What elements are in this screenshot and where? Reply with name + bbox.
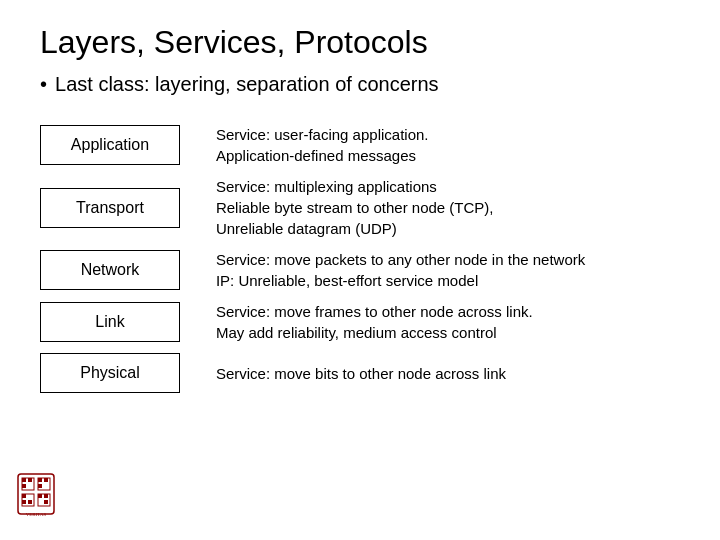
layer-box: Network <box>40 250 180 290</box>
layer-description: Service: move packets to any other node … <box>216 247 680 293</box>
layer-box: Link <box>40 302 180 342</box>
table-row: PhysicalService: move bits to other node… <box>40 351 680 395</box>
table-row: TransportService: multiplexing applicati… <box>40 174 680 241</box>
page-container: Layers, Services, Protocols • Last class… <box>0 0 720 540</box>
layer-box: Application <box>40 125 180 165</box>
subtitle: • Last class: layering, separation of co… <box>40 73 680 96</box>
logo-area: VERITAS <box>16 472 56 524</box>
subtitle-text: Last class: layering, separation of conc… <box>55 73 439 96</box>
layer-box: Physical <box>40 353 180 393</box>
table-row: LinkService: move frames to other node a… <box>40 299 680 345</box>
layer-box: Transport <box>40 188 180 228</box>
page-title: Layers, Services, Protocols <box>40 24 680 61</box>
bullet-icon: • <box>40 73 47 96</box>
svg-rect-11 <box>22 494 26 498</box>
layer-description: Service: move bits to other node across … <box>216 351 680 395</box>
layer-description: Service: move frames to other node acros… <box>216 299 680 345</box>
university-logo: VERITAS <box>16 472 56 520</box>
table-row: ApplicationService: user-facing applicat… <box>40 122 680 168</box>
svg-rect-6 <box>28 478 32 482</box>
svg-rect-9 <box>44 478 48 482</box>
svg-rect-15 <box>44 494 48 498</box>
layers-table: ApplicationService: user-facing applicat… <box>40 116 680 401</box>
svg-rect-5 <box>22 478 26 482</box>
layer-description: Service: multiplexing applicationsReliab… <box>216 174 680 241</box>
svg-rect-10 <box>38 484 42 488</box>
layer-description: Service: user-facing application.Applica… <box>216 122 680 168</box>
svg-text:VERITAS: VERITAS <box>26 512 47 517</box>
svg-rect-14 <box>38 494 42 498</box>
svg-rect-7 <box>22 484 26 488</box>
svg-rect-8 <box>38 478 42 482</box>
svg-rect-13 <box>28 500 32 504</box>
svg-rect-16 <box>44 500 48 504</box>
table-row: NetworkService: move packets to any othe… <box>40 247 680 293</box>
svg-rect-12 <box>22 500 26 504</box>
